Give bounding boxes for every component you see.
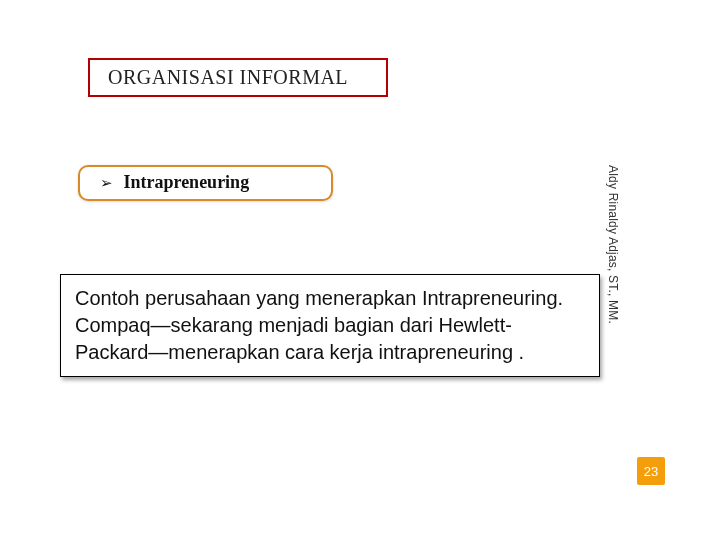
subheading-box: ➢ Intrapreneuring bbox=[78, 165, 333, 201]
page-number: 23 bbox=[644, 464, 658, 479]
body-text: Contoh perusahaan yang menerapkan Intrap… bbox=[75, 287, 563, 363]
author-label: Aldy Rinaldy Adjas, ST., MM. bbox=[606, 165, 620, 365]
bullet-icon: ➢ bbox=[100, 174, 113, 191]
title-box: ORGANISASI INFORMAL bbox=[88, 58, 388, 97]
body-text-box: Contoh perusahaan yang menerapkan Intrap… bbox=[60, 274, 600, 377]
subheading-label: Intrapreneuring bbox=[123, 172, 249, 192]
slide-title: ORGANISASI INFORMAL bbox=[108, 66, 348, 88]
page-number-badge: 23 bbox=[637, 457, 665, 485]
